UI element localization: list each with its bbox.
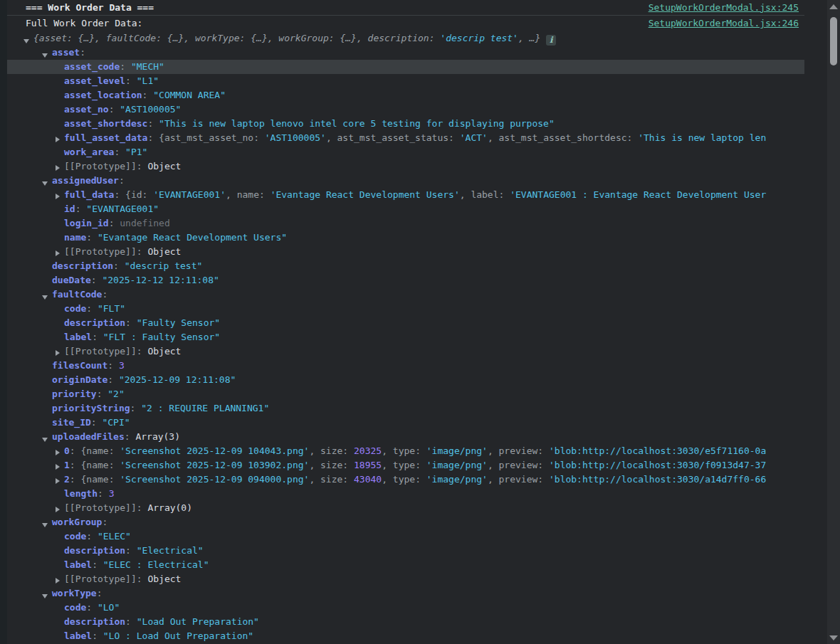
token-p: : xyxy=(92,332,103,342)
token-p: : { xyxy=(70,474,86,485)
token-ip: {asset: {…}, faultCode: {…}, workType: {… xyxy=(33,33,440,43)
tree-row: label: "FLT : Faulty Sensor" xyxy=(7,330,804,344)
token-p: : xyxy=(86,303,98,314)
token-g: ast_mst_asset_no xyxy=(164,132,253,143)
tree-row: assignedUser: xyxy=(7,174,804,188)
token-w: Object xyxy=(147,346,181,357)
token-u: undefined xyxy=(120,218,169,228)
token-p: : xyxy=(125,75,137,86)
scroll-down-button[interactable] xyxy=(827,631,840,644)
token-s: "Faulty Sensor" xyxy=(137,317,220,328)
token-k: site_ID xyxy=(52,417,91,428)
tree-row: uploadedFiles: Array(3) xyxy=(7,430,804,444)
token-p: : xyxy=(137,502,148,513)
token-s: 'AST100005' xyxy=(265,132,326,143)
token-w: Array(0) xyxy=(147,502,192,513)
token-p: : xyxy=(109,474,120,485)
token-g: type xyxy=(393,460,415,470)
scrollbar[interactable] xyxy=(827,0,840,644)
tree-row: asset_shortdesc: "This is new laptop len… xyxy=(7,117,804,131)
token-w: Object xyxy=(147,246,181,257)
token-k: filesCount xyxy=(52,360,107,371)
token-g: label xyxy=(471,189,498,200)
tree-row: workType: xyxy=(7,586,804,601)
token-p: : xyxy=(253,132,265,143)
token-p: : xyxy=(120,61,131,72)
token-p: : xyxy=(91,275,103,285)
token-k: full_asset_data xyxy=(64,132,147,143)
tree-row: work_area: "P1" xyxy=(7,145,804,159)
token-s: 'EVANTAGE001' xyxy=(153,189,226,200)
token-n: 3 xyxy=(109,488,115,499)
token-k: id xyxy=(64,204,75,214)
token-p: : xyxy=(86,531,98,542)
token-k: assignedUser xyxy=(52,175,119,186)
token-p: , xyxy=(488,445,499,456)
token-p: , xyxy=(460,189,471,200)
token-g: preview xyxy=(499,445,538,456)
source-link[interactable]: SetupWorkOrderModal.jsx:246 xyxy=(649,16,799,31)
console-message: === Work Order Data === SetupWorkOrderMo… xyxy=(7,0,804,16)
tree-row: [[Prototype]]: Object xyxy=(7,159,804,174)
token-k: 2 xyxy=(64,474,70,485)
token-p: : xyxy=(86,602,98,613)
token-p: : xyxy=(125,545,137,556)
token-s: "CPI" xyxy=(102,417,130,428)
token-p: : xyxy=(125,616,137,627)
token-p: : xyxy=(75,204,87,214)
token-p: : xyxy=(107,374,119,385)
token-g: [[Prototype]] xyxy=(64,246,137,257)
token-p: : xyxy=(537,474,549,485)
tree-row: description: "descrip test" xyxy=(7,259,804,273)
token-s: "LO" xyxy=(98,602,120,613)
token-p: : xyxy=(102,517,107,527)
token-s: "Electrical" xyxy=(137,545,204,556)
token-k: code xyxy=(64,602,86,613)
token-p: : xyxy=(142,189,154,200)
token-p: : xyxy=(114,147,125,157)
token-p: , xyxy=(382,445,393,456)
token-p: : { xyxy=(114,189,130,200)
token-k: asset_shortdesc xyxy=(64,118,147,129)
info-icon[interactable]: i xyxy=(546,35,556,46)
token-s: 'image/png' xyxy=(426,445,488,456)
token-p: : xyxy=(537,445,549,456)
token-p: : xyxy=(137,161,148,171)
token-p: , xyxy=(382,460,393,470)
source-link[interactable]: SetupWorkOrderModal.jsx:245 xyxy=(649,0,799,16)
tree-row: 2: {name: 'Screenshot 2025-12-09 094000.… xyxy=(7,473,804,487)
token-p: : xyxy=(537,460,549,470)
token-p: : xyxy=(342,460,354,470)
scroll-up-button[interactable] xyxy=(827,0,840,13)
token-k: originDate xyxy=(52,374,107,385)
token-p: : xyxy=(415,445,426,456)
token-p: : xyxy=(91,417,103,428)
token-s: 'Screenshot 2025-12-09 104043.png' xyxy=(120,445,309,456)
token-p: : xyxy=(107,360,119,371)
token-p: , xyxy=(309,460,320,470)
token-n: 18955 xyxy=(354,460,382,470)
token-k: full_data xyxy=(64,189,114,200)
token-p: : xyxy=(125,317,137,328)
token-p: : xyxy=(86,232,98,243)
tree-row: originDate: "2025-12-09 12:11:08" xyxy=(7,373,804,387)
token-g: [[Prototype]] xyxy=(64,502,137,513)
token-g: [[Prototype]] xyxy=(64,574,137,584)
token-k: label xyxy=(64,559,92,570)
console-message-text: === Work Order Data === xyxy=(26,0,154,16)
token-k: description xyxy=(64,317,125,328)
tree-row: description: "Electrical" xyxy=(7,544,804,558)
scrollbar-thumb[interactable] xyxy=(830,17,837,65)
token-p: : xyxy=(342,445,354,456)
token-n: 3 xyxy=(119,360,125,371)
token-p: : xyxy=(80,47,85,58)
token-p: , xyxy=(226,189,237,200)
token-p: : xyxy=(109,218,120,228)
token-k: length xyxy=(64,488,98,499)
token-k: label xyxy=(64,630,92,641)
tree-row: full_data: {id: 'EVANTAGE001', name: 'Ev… xyxy=(7,188,804,202)
token-p: : xyxy=(97,588,103,598)
token-g: name xyxy=(86,474,108,485)
token-n: 20325 xyxy=(354,445,382,456)
token-p: : { xyxy=(147,132,164,143)
